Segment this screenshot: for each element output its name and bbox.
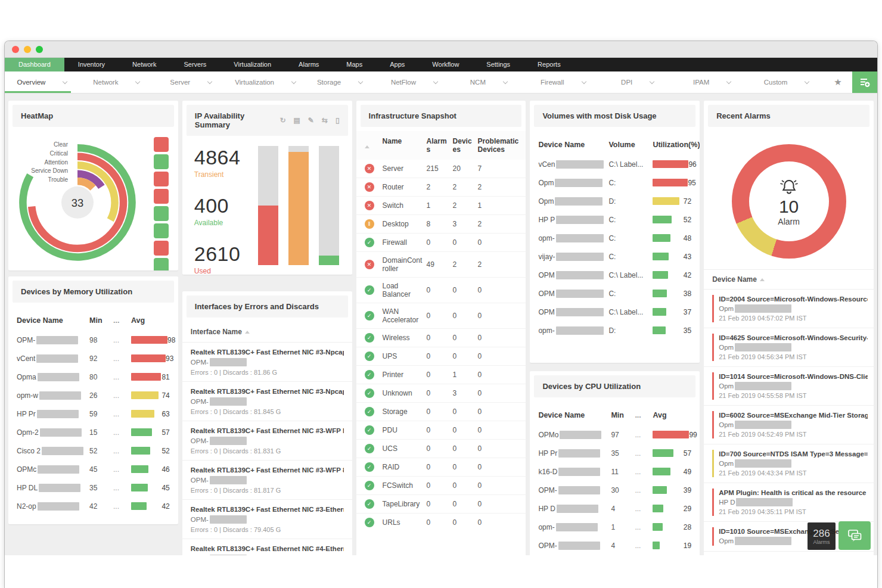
infra-row-fcswitch[interactable]: ✓ FCSwitch 0 0 0: [356, 476, 526, 494]
alarm-row[interactable]: ID=6002 Source=MSExchange Mid-Tier Stora…: [704, 406, 874, 444]
device-status-square[interactable]: [154, 172, 169, 186]
device-row[interactable]: HP D 4 ... 29: [538, 499, 691, 518]
edit-icon[interactable]: ✎: [308, 116, 314, 125]
device-row[interactable]: HP Pr 59 ... 63: [17, 405, 170, 423]
volume-row[interactable]: HP P C: 52: [538, 210, 691, 229]
nav-tab-apps[interactable]: Apps: [376, 58, 418, 71]
subnav-item-custom[interactable]: Custom: [749, 71, 824, 93]
interface-row[interactable]: Realtek RTL8139C+ Fast Ethernet NIC #3-E…: [182, 500, 352, 539]
infra-row-switch[interactable]: ✕ Switch 1 2 1: [356, 196, 526, 214]
interface-row[interactable]: Realtek RTL8139C+ Fast Ethernet NIC #3-N…: [182, 382, 352, 421]
device-status-square[interactable]: [154, 241, 169, 256]
alarm-donut-chart[interactable]: 10 Alarm: [732, 144, 846, 259]
infra-row-domaincontroller[interactable]: ✕ DomainController 49 2 2: [356, 251, 526, 277]
infra-row-load-balancer[interactable]: ✓ Load Balancer 0 0 0: [356, 277, 526, 303]
nav-tab-maps[interactable]: Maps: [333, 58, 376, 71]
device-row[interactable]: OPM- 30 ... 39: [538, 481, 691, 499]
device-status-square[interactable]: [154, 206, 169, 221]
infra-row-ucs[interactable]: ✓ UCS 0 0 0: [356, 439, 526, 458]
infra-row-ups[interactable]: ✓ UPS 0 0 0: [356, 347, 526, 365]
subnav-item-virtualization[interactable]: Virtualization: [228, 71, 303, 93]
volume-row[interactable]: vCen C:\ Label... 96: [538, 155, 691, 173]
device-row[interactable]: Cisco 2 52 ... 52: [17, 441, 170, 460]
subnav-item-netflow[interactable]: NetFlow: [377, 71, 452, 93]
infra-row-desktop[interactable]: ‖ Desktop 8 3 2: [356, 214, 526, 233]
infra-row-pdu[interactable]: ✓ PDU 0 0 0: [356, 421, 526, 439]
alarms-count-badge[interactable]: 286 Alarms: [808, 522, 836, 550]
maximize-window-button[interactable]: [36, 46, 43, 53]
infra-row-firewall[interactable]: ✓ Firewall 0 0 0: [356, 233, 526, 251]
device-row[interactable]: OPMo 97 ... 99: [538, 425, 691, 444]
volume-row[interactable]: opm- D: 35: [538, 321, 691, 340]
infra-row-storage[interactable]: ✓ Storage 0 0 0: [356, 402, 526, 421]
volume-row[interactable]: OPM C: 38: [538, 284, 691, 303]
infra-row-tapelibrary[interactable]: ✓ TapeLibrary 0 0 0: [356, 494, 526, 513]
infra-row-printer[interactable]: ✓ Printer 0 1 0: [356, 365, 526, 384]
nav-tab-alarms[interactable]: Alarms: [285, 58, 333, 71]
device-name-column-header[interactable]: Device Name: [704, 269, 874, 290]
alarm-row[interactable]: ID=700 Source=NTDS ISAM Type=3 Message=N…: [704, 444, 874, 483]
sort-caret-icon[interactable]: [365, 137, 369, 148]
device-status-square[interactable]: [154, 137, 169, 152]
subnav-item-network[interactable]: Network: [79, 71, 154, 93]
subnav-item-firewall[interactable]: Firewall: [526, 71, 600, 93]
alarm-row[interactable]: APM Plugin: Health is critical as the re…: [704, 483, 874, 522]
delete-icon[interactable]: ▯: [336, 116, 340, 125]
add-dashboard-button[interactable]: [852, 71, 877, 93]
volume-row[interactable]: OPM C:\ Label... 37: [538, 303, 691, 321]
device-row[interactable]: vCent 92 ... 93: [17, 349, 170, 368]
device-row[interactable]: opm- 1 ... 28: [538, 518, 691, 536]
volume-row[interactable]: Opm C: 95: [538, 173, 691, 192]
chat-support-button[interactable]: [838, 521, 871, 550]
subnav-item-ncm[interactable]: NCM: [451, 71, 526, 93]
alarm-row[interactable]: ID=2004 Source=Microsoft-Windows-Resourc…: [704, 290, 874, 328]
device-status-square[interactable]: [154, 223, 169, 238]
device-row[interactable]: Opma 80 ... 81: [17, 368, 170, 386]
nav-tab-settings[interactable]: Settings: [473, 58, 524, 71]
device-status-square[interactable]: [154, 189, 169, 204]
minimize-window-button[interactable]: [24, 46, 31, 53]
nav-tab-inventory[interactable]: Inventory: [64, 58, 119, 71]
device-row[interactable]: HP DL 35 ... 45: [17, 478, 170, 497]
device-status-square[interactable]: [154, 154, 169, 169]
refresh-icon[interactable]: ↻: [279, 116, 285, 125]
device-status-square[interactable]: [154, 258, 169, 270]
infra-row-wan-accelerator[interactable]: ✓ WAN Accelerator 0 0 0: [356, 303, 526, 328]
nav-tab-network[interactable]: Network: [119, 58, 170, 71]
close-window-button[interactable]: [12, 46, 19, 53]
interface-row[interactable]: Realtek RTL8139C+ Fast Ethernet NIC #4-E…: [182, 539, 352, 555]
device-row[interactable]: OPMc 45 ... 46: [17, 460, 170, 478]
device-row[interactable]: HP Pr 35 ... 57: [538, 444, 691, 462]
volume-row[interactable]: OPM C:\ Label... 42: [538, 266, 691, 284]
alarm-row[interactable]: ID=1014 Source=Microsoft-Windows-DNS-Cli…: [704, 367, 874, 406]
infra-row-urls[interactable]: ✓ URLs 0 0 0: [356, 513, 526, 531]
subnav-item-storage[interactable]: Storage: [303, 71, 377, 93]
volume-row[interactable]: Opm D: 72: [538, 192, 691, 210]
subnav-item-server[interactable]: Server: [154, 71, 228, 93]
subnav-item-ipam[interactable]: IPAM: [675, 71, 749, 93]
nav-tab-workflow[interactable]: Workflow: [418, 58, 473, 71]
interface-row[interactable]: Realtek RTL8139C+ Fast Ethernet NIC #3-W…: [182, 421, 352, 461]
volume-row[interactable]: vijay- C: 43: [538, 247, 691, 266]
device-row[interactable]: Opm-2 15 ... 57: [17, 423, 170, 441]
nav-tab-dashboard[interactable]: Dashboard: [5, 58, 64, 71]
subnav-item-dpi[interactable]: DPI: [600, 71, 675, 93]
device-row[interactable]: opm-w 26 ... 74: [17, 386, 170, 405]
move-icon[interactable]: ⇆: [322, 116, 328, 125]
nav-tab-servers[interactable]: Servers: [170, 58, 220, 71]
report-icon[interactable]: ▤: [294, 116, 300, 125]
infra-row-unknown[interactable]: ✓ Unknown 0 3 0: [356, 384, 526, 402]
infra-row-router[interactable]: ✕ Router 2 2 2: [356, 178, 526, 196]
nav-tab-reports[interactable]: Reports: [524, 58, 574, 71]
favorite-star-icon[interactable]: ★: [824, 71, 852, 93]
infra-row-server[interactable]: ✕ Server 215 20 7: [356, 160, 526, 178]
infra-row-raid[interactable]: ✓ RAID 0 0 0: [356, 458, 526, 476]
device-row[interactable]: OPM- 4 ... 19: [538, 536, 691, 555]
interface-name-column-header[interactable]: Interface Name: [182, 322, 352, 343]
device-row[interactable]: N2-op 42 ... 42: [17, 497, 170, 515]
nav-tab-virtualization[interactable]: Virtualization: [220, 58, 285, 71]
device-row[interactable]: k16-D 11 ... 49: [538, 462, 691, 481]
interface-row[interactable]: Realtek RTL8139C+ Fast Ethernet NIC #3-N…: [182, 343, 352, 382]
device-row[interactable]: OPM- 98 ... 98: [17, 331, 170, 349]
subnav-item-overview[interactable]: Overview: [5, 71, 79, 93]
